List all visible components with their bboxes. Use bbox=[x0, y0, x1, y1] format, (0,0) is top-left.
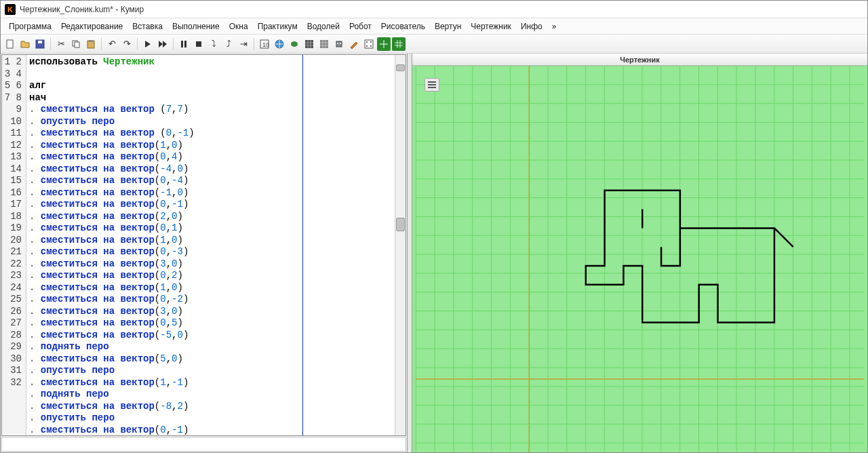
svg-rect-0 bbox=[7, 40, 13, 48]
copy-button[interactable] bbox=[69, 37, 83, 51]
run-fast-button[interactable] bbox=[156, 37, 170, 51]
svg-point-20 bbox=[366, 41, 368, 43]
toolbar-separator bbox=[254, 38, 254, 50]
svg-point-13 bbox=[291, 41, 298, 47]
undo-button[interactable]: ↶ bbox=[105, 37, 119, 51]
scrollbar-thumb[interactable] bbox=[396, 64, 405, 71]
tool-robot-icon[interactable] bbox=[332, 37, 346, 51]
svg-point-18 bbox=[340, 43, 341, 44]
title-bar: K Чертежник_Слоник.kum* - Кумир bbox=[1, 1, 867, 18]
tool-grid-light-icon[interactable] bbox=[317, 37, 331, 51]
toolbar: ✂ ↶ ↷ ⤵ ⤴ ⇥ 10 bbox=[1, 35, 867, 54]
tool-globe-icon[interactable] bbox=[273, 37, 286, 51]
window-title: Чертежник_Слоник.kum* - Кумир bbox=[20, 5, 144, 14]
svg-rect-15 bbox=[320, 40, 328, 48]
svg-rect-7 bbox=[181, 41, 183, 47]
menu-item[interactable]: Вертун bbox=[431, 20, 465, 33]
scrollbar-thumb[interactable] bbox=[396, 218, 405, 231]
code-area[interactable]: использовать Чертежник алг нач . сместит… bbox=[26, 55, 395, 435]
drawer-pane: Чертежник bbox=[412, 54, 867, 452]
app-logo-icon: K bbox=[5, 4, 16, 15]
stop-button[interactable] bbox=[192, 37, 205, 51]
menu-item[interactable]: Практикум bbox=[254, 20, 302, 33]
menu-bar: ПрограммаРедактированиеВставкаВыполнение… bbox=[1, 18, 867, 35]
svg-point-22 bbox=[366, 45, 368, 47]
menu-item[interactable]: Окна bbox=[225, 20, 252, 33]
toolbar-separator bbox=[173, 38, 174, 50]
menu-item[interactable]: Чертежник bbox=[467, 20, 515, 33]
output-bar bbox=[1, 437, 406, 452]
tool-grid-dark-icon[interactable] bbox=[302, 37, 316, 51]
svg-text:10: 10 bbox=[262, 41, 269, 48]
drawer-title: Чертежник bbox=[412, 54, 867, 66]
redo-button[interactable]: ↷ bbox=[120, 37, 134, 51]
main-area: 1 2 3 4 5 6 7 8 9 10 11 12 13 14 15 16 1… bbox=[1, 54, 867, 452]
menu-item[interactable]: Редактирование bbox=[57, 20, 127, 33]
svg-point-17 bbox=[337, 43, 338, 44]
menu-item[interactable]: » bbox=[548, 20, 561, 33]
svg-point-21 bbox=[370, 41, 372, 43]
code-editor[interactable]: 1 2 3 4 5 6 7 8 9 10 11 12 13 14 15 16 1… bbox=[1, 54, 406, 436]
tool-measure-icon[interactable]: 10 bbox=[258, 37, 271, 51]
drawer-canvas[interactable] bbox=[412, 66, 867, 452]
step-out-button[interactable]: ⇥ bbox=[237, 37, 250, 51]
menu-item[interactable]: Инфо bbox=[517, 20, 547, 33]
menu-item[interactable]: Программа bbox=[5, 20, 56, 33]
menu-item[interactable]: Робот bbox=[345, 20, 376, 33]
menu-item[interactable]: Рисователь bbox=[377, 20, 429, 33]
tool-dots-icon[interactable] bbox=[362, 37, 376, 51]
toolbar-separator bbox=[101, 38, 102, 50]
menu-item[interactable]: Вставка bbox=[128, 20, 167, 33]
svg-rect-14 bbox=[305, 40, 313, 48]
editor-margin-line bbox=[302, 55, 303, 435]
cut-button[interactable]: ✂ bbox=[54, 37, 68, 51]
menu-item[interactable]: Выполнение bbox=[168, 20, 224, 33]
tool-turtle-icon[interactable] bbox=[288, 37, 301, 51]
paste-button[interactable] bbox=[84, 37, 98, 51]
drawing-canvas-svg bbox=[412, 66, 867, 452]
svg-rect-19 bbox=[365, 40, 373, 48]
toolbar-separator bbox=[137, 38, 138, 50]
tool-drawer-grid-icon[interactable] bbox=[392, 37, 406, 51]
new-file-button[interactable] bbox=[3, 37, 17, 51]
run-button[interactable] bbox=[141, 37, 155, 51]
save-file-button[interactable] bbox=[33, 37, 47, 51]
svg-rect-2 bbox=[38, 41, 42, 43]
svg-rect-4 bbox=[75, 42, 79, 47]
open-file-button[interactable] bbox=[18, 37, 32, 51]
svg-rect-25 bbox=[395, 40, 403, 48]
svg-rect-6 bbox=[89, 40, 93, 42]
line-gutter: 1 2 3 4 5 6 7 8 9 10 11 12 13 14 15 16 1… bbox=[2, 55, 26, 435]
canvas-menu-button[interactable] bbox=[425, 78, 439, 92]
editor-scrollbar[interactable] bbox=[395, 55, 406, 435]
pause-button[interactable] bbox=[177, 37, 191, 51]
svg-point-23 bbox=[370, 45, 372, 47]
tool-drawer-field-icon[interactable] bbox=[377, 37, 391, 51]
svg-rect-16 bbox=[336, 41, 342, 47]
editor-pane: 1 2 3 4 5 6 7 8 9 10 11 12 13 14 15 16 1… bbox=[1, 54, 408, 452]
step-button[interactable]: ⤵ bbox=[207, 37, 220, 51]
toolbar-separator bbox=[50, 38, 51, 50]
svg-rect-8 bbox=[184, 41, 186, 47]
menu-item[interactable]: Водолей bbox=[303, 20, 344, 33]
step-over-button[interactable]: ⤴ bbox=[222, 37, 235, 51]
tool-pencil-icon[interactable] bbox=[347, 37, 361, 51]
svg-rect-9 bbox=[196, 41, 201, 47]
